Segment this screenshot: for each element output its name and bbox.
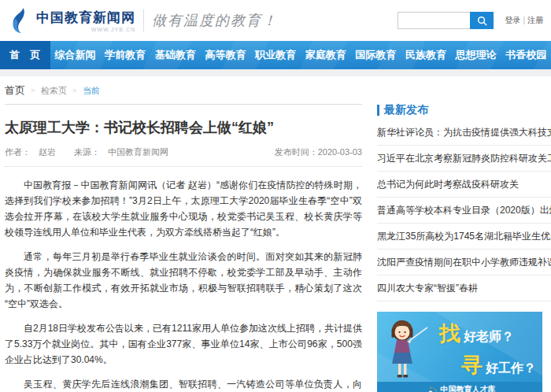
latest-item[interactable]: 黑龙江35所高校为1745名湖北籍毕业生优先推... — [377, 224, 551, 249]
nav-item-higher-education[interactable]: 高等教育 — [201, 41, 251, 69]
latest-item[interactable]: 四川农大专家“智援”春耕 — [377, 276, 551, 301]
site-domain: WWW.JYB.CN — [36, 27, 135, 32]
article-title: 太原理工大学：书记校长招聘会上做“红娘” — [5, 118, 362, 137]
breadcrumb-current: 当前 — [83, 85, 100, 97]
site-slogan: 做有温度的教育！ — [152, 11, 278, 30]
breadcrumb-home[interactable]: 首页 — [5, 83, 25, 98]
register-link[interactable]: 注册 — [527, 16, 543, 24]
search-button[interactable] — [470, 12, 494, 29]
breadcrumb-divider — [5, 104, 362, 105]
source-value: 中国教育新闻网 — [108, 147, 168, 157]
article-body: 中国教育报－中国教育新闻网讯（记者 赵岩）“感谢你们在疫情防控的特殊时期，选择到… — [5, 167, 362, 392]
ad-brand-name: 中国教育人才库 — [441, 386, 496, 392]
nav-item-preschool-education[interactable]: 学前教育 — [100, 41, 150, 69]
latest-item[interactable]: 普通高等学校本科专业目录（2020版）出炉，... — [377, 198, 551, 223]
nav-item-international-education[interactable]: 国际教育 — [350, 41, 401, 69]
nav-bottom-strip — [0, 69, 551, 76]
site-title: 中国教育新闻网 — [36, 9, 135, 27]
latest-section-title: 最新发布 — [377, 103, 551, 117]
auth-links: 登录|注册 — [505, 15, 543, 26]
site-header: 中国教育新闻网 WWW.JYB.CN 做有温度的教育！ 登录|注册 — [0, 0, 551, 41]
ad-seek-text: 好工作？ — [486, 361, 536, 377]
login-link[interactable]: 登录 — [505, 16, 520, 24]
search-input[interactable] — [398, 12, 470, 29]
main-nav: 首 页 综合新闻 学前教育 基础教育 高等教育 职业教育 家庭教育 国际教育 民… — [0, 41, 551, 69]
author-label: 作者： — [5, 147, 31, 157]
nav-item-family-education[interactable]: 家庭教育 — [301, 41, 351, 69]
ad-brand-band: 中国教育人才库 www.edurck.com — [377, 382, 542, 392]
breadcrumb-separator: ＞ — [71, 85, 79, 96]
article-paragraph: 吴玉程、黄庆学先后连线浪潮集团、智联招聘、一汽铸造公司等单位负责人，向他们介绍了… — [5, 376, 362, 392]
site-logo[interactable]: 中国教育新闻网 WWW.JYB.CN — [8, 7, 135, 34]
source-label: 来源： — [74, 147, 100, 157]
ad-seek-char: 寻 — [461, 351, 483, 379]
search-icon — [477, 16, 487, 26]
auth-separator: | — [523, 16, 525, 24]
author-value: 赵岩 — [39, 147, 56, 157]
breadcrumb: 首页 ＞ 检索页 ＞ 当前 — [5, 76, 362, 98]
latest-item[interactable]: 习近平在北京考察新冠肺炎防控科研攻关工作时... — [377, 146, 551, 171]
article-paragraph: 通常，每年三月初是举行春季毕业生就业洽谈会的时间。面对突如其来的新冠肺炎疫情，为… — [5, 249, 362, 312]
article-meta: 作者：赵岩 来源：中国教育新闻网 发布时间：2020-03-03 — [5, 146, 362, 167]
logo-divider — [143, 9, 144, 31]
ad-slogan: 找 好老师？ 寻 好工作？ — [439, 320, 536, 379]
nav-item-home[interactable]: 首 页 — [0, 41, 50, 69]
ad-find-text: 好老师？ — [464, 329, 514, 346]
latest-list: 新华社评论员：为抗击疫情提供强大科技支撑 习近平在北京考察新冠肺炎防控科研攻关工… — [377, 120, 551, 301]
search-box — [398, 12, 494, 29]
breadcrumb-search-page[interactable]: 检索页 — [41, 85, 67, 97]
publish-time-value: 2020-03-03 — [318, 147, 362, 157]
latest-item[interactable]: 总书记为何此时考察战疫科研攻关 — [377, 172, 551, 197]
article-paragraph: 自2月18日学校发布公告以来，已有1211家用人单位参加这次线上招聘，共计提供了… — [5, 320, 362, 368]
publish-time-label: 发布时间： — [275, 147, 318, 157]
ad-find-char: 找 — [439, 320, 460, 348]
main-content: 首页 ＞ 检索页 ＞ 当前 太原理工大学：书记校长招聘会上做“红娘” 作者：赵岩… — [0, 76, 551, 392]
ad-banner-talent-bank[interactable]: 找 好老师？ 寻 好工作？ 中国教育人才库 www.edurck.com — [377, 312, 542, 392]
nav-item-basic-education[interactable]: 基础教育 — [150, 41, 201, 69]
nav-item-comprehensive-news[interactable]: 综合新闻 — [50, 41, 101, 69]
article-column: 首页 ＞ 检索页 ＞ 当前 太原理工大学：书记校长招聘会上做“红娘” 作者：赵岩… — [5, 76, 368, 392]
nav-item-ethnic-education[interactable]: 民族教育 — [401, 41, 451, 69]
nav-item-reading-campus[interactable]: 书香校园 — [501, 41, 551, 69]
talent-bank-logo-icon — [424, 386, 437, 392]
nav-item-vocational-education[interactable]: 职业教育 — [250, 41, 301, 69]
sidebar: 最新发布 新华社评论员：为抗击疫情提供强大科技支撑 习近平在北京考察新冠肺炎防控… — [368, 76, 551, 392]
latest-item[interactable]: 新华社评论员：为抗击疫情提供强大科技支撑 — [377, 120, 551, 145]
teacher-cartoon-illustration — [383, 318, 431, 386]
nav-item-ideology-theory[interactable]: 思想理论 — [451, 41, 501, 69]
flame-logo-icon — [8, 7, 31, 34]
breadcrumb-separator: ＞ — [29, 85, 37, 96]
latest-item[interactable]: 沈阳严查疫情期间在职中小学教师违规补课行为 — [377, 250, 551, 275]
article-paragraph: 中国教育报－中国教育新闻网讯（记者 赵岩）“感谢你们在疫情防控的特殊时期，选择到… — [5, 177, 362, 240]
